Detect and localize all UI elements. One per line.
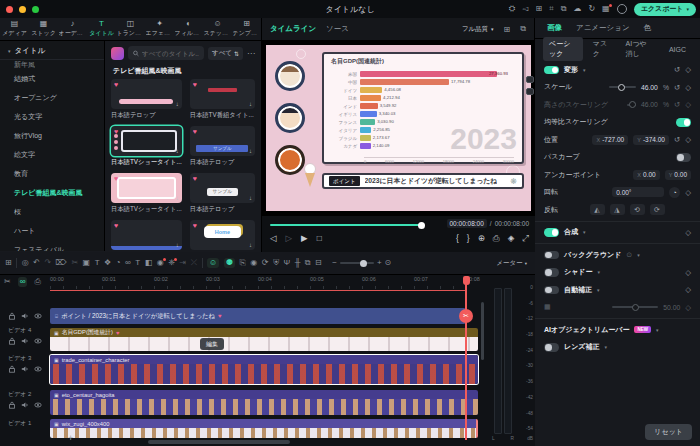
video-clip-gdp-chart[interactable]: ▣名目GDP(国連統計)♥: [50, 328, 478, 351]
speed-icon[interactable]: ◔: [116, 259, 121, 267]
preview-stage[interactable]: 名目GDP(国連統計) 2023 米国27,360.93中国17,794.78ド…: [262, 40, 535, 216]
snapshot-button[interactable]: ⎙: [493, 234, 500, 243]
vertical-scrollbar[interactable]: [481, 302, 484, 360]
reset-icon[interactable]: ↺: [674, 135, 680, 144]
meter-panel-toggle[interactable]: メーター ▾: [496, 252, 527, 275]
record-icon[interactable]: ◉: [250, 259, 257, 267]
sidebar-category-item[interactable]: 教育: [0, 164, 104, 183]
download-icon[interactable]: ↓: [176, 148, 179, 154]
scale-value[interactable]: 46.00: [641, 84, 658, 91]
view-grid-icon[interactable]: ⊞: [504, 25, 511, 34]
lock-icon[interactable]: [8, 312, 16, 320]
edit-button[interactable]: 編集: [200, 338, 224, 350]
visibility-icon[interactable]: [34, 337, 42, 345]
autocorrect-toggle[interactable]: [544, 286, 559, 295]
tab-source-preview[interactable]: ソース: [326, 24, 349, 34]
flip-vertical-button[interactable]: ◮: [610, 204, 625, 215]
sidebar-category-item[interactable]: ハート: [0, 221, 104, 240]
template-card[interactable]: ♥ ↓ 日本語テロップ: [111, 79, 182, 120]
inspector-subtab[interactable]: AIGC: [663, 44, 692, 55]
chroma-key-icon[interactable]: ◉: [157, 259, 164, 267]
chevron-icon[interactable]: ▾: [605, 344, 608, 350]
media-tab[interactable]: T タイトル: [87, 18, 116, 40]
mixer-icon[interactable]: ╫: [295, 259, 301, 267]
favorite-heart-icon[interactable]: ♥: [193, 128, 197, 135]
more-options-icon[interactable]: ⋯: [247, 49, 255, 58]
chevron-icon[interactable]: ▾: [656, 327, 659, 333]
favorite-heart-icon[interactable]: ♥: [114, 175, 118, 182]
close-window-button[interactable]: [6, 6, 13, 13]
progress-knob[interactable]: [418, 222, 425, 229]
sidebar-category-item[interactable]: 光る文字: [0, 107, 104, 126]
media-tab[interactable]: ▤ メディア: [0, 18, 29, 40]
zoom-window-button[interactable]: [32, 6, 39, 13]
collapse-tracks-icon[interactable]: ⊟: [315, 259, 322, 267]
lens-correction-toggle[interactable]: [544, 343, 559, 352]
chevron-icon[interactable]: ▾: [597, 287, 600, 293]
replace-icon[interactable]: ⟳: [262, 259, 269, 267]
sidebar-category-item[interactable]: 新年風: [0, 60, 104, 69]
sidebar-category-item[interactable]: 旅行Vlog: [0, 126, 104, 145]
zoom-out-icon[interactable]: −: [332, 259, 337, 267]
volume-button[interactable]: ◈: [508, 234, 515, 243]
anchor-x-field[interactable]: X0.00: [633, 170, 659, 180]
download-icon[interactable]: ↓: [176, 242, 179, 248]
panel-resize-handle[interactable]: [526, 88, 534, 95]
composite-toggle[interactable]: [544, 228, 559, 237]
reset-icon[interactable]: ↺: [674, 65, 680, 74]
inspector-tab[interactable]: アニメーション: [576, 23, 630, 33]
export-button[interactable]: エクスポート ▾: [634, 3, 696, 16]
favorite-heart-icon[interactable]: ♥: [193, 81, 197, 88]
minimize-window-button[interactable]: [19, 6, 26, 13]
visibility-icon[interactable]: [34, 401, 42, 409]
fullscreen-button[interactable]: ⤢: [522, 234, 529, 243]
text-tool-icon[interactable]: T: [95, 259, 100, 267]
stabilize-icon[interactable]: ⛨: [273, 259, 279, 267]
video-clip-eto-centaur[interactable]: ▣eto_centaur_hagoita: [50, 390, 478, 415]
visibility-icon[interactable]: [34, 365, 42, 373]
keyframe-icon[interactable]: ◇: [685, 268, 691, 277]
sidebar-category-item[interactable]: 絵文字: [0, 145, 104, 164]
keyframe-icon[interactable]: ◇: [685, 135, 691, 144]
delete-icon[interactable]: ⌦: [56, 259, 67, 267]
panel-resize-handle[interactable]: [526, 76, 534, 83]
link-icon[interactable]: ∞: [125, 259, 131, 267]
position-y-field[interactable]: Y-374.00: [633, 135, 669, 145]
split-icon[interactable]: ✂: [71, 259, 78, 267]
play-button[interactable]: ▶: [301, 234, 308, 243]
background-toggle[interactable]: [544, 251, 559, 260]
media-tab[interactable]: ☺ ステッカー: [203, 18, 232, 40]
keyframe-icon[interactable]: ◇: [685, 228, 691, 237]
sidebar-header[interactable]: ▾ タイトル: [0, 43, 104, 60]
mask-icon[interactable]: ❖: [104, 259, 111, 267]
sidebar-category-item[interactable]: 結婚式: [0, 69, 104, 88]
export-clip-icon[interactable]: ⎘: [239, 259, 245, 267]
zoom-in-icon[interactable]: +: [377, 259, 382, 267]
transform-toggle[interactable]: [544, 66, 559, 75]
template-card[interactable]: ♥ ↓: [111, 220, 182, 251]
preview-window-icon[interactable]: ⧉: [520, 24, 526, 34]
keyboard-shortcuts-icon[interactable]: ⌗: [549, 5, 554, 13]
template-card[interactable]: ♥ Home ↓: [190, 220, 255, 251]
mark-out-button[interactable]: }: [467, 234, 470, 243]
effects-icon[interactable]: ❈: [168, 259, 175, 267]
keyframe-icon[interactable]: ◇: [685, 188, 691, 197]
media-tab[interactable]: ✦ エフェクト: [145, 18, 174, 40]
text-clip[interactable]: ⌸ ポイント / 2023に日本とドイツが逆転してしまったね ♥: [50, 308, 466, 324]
select-tool-icon[interactable]: ◎: [22, 259, 29, 267]
sync-icon[interactable]: ↻: [588, 5, 595, 13]
tasks-icon[interactable]: ▦: [602, 5, 610, 13]
pip-icon[interactable]: ⧉: [305, 259, 311, 267]
pro-badge-icon[interactable]: [111, 47, 124, 60]
clipboard-icon[interactable]: ⧉: [561, 5, 567, 13]
rotate-ccw-button[interactable]: ⟲: [630, 204, 645, 215]
reset-icon[interactable]: ↺: [674, 83, 680, 92]
sidebar-category-item[interactable]: オープニング: [0, 88, 104, 107]
lock-icon[interactable]: [8, 401, 16, 409]
keyframe-icon[interactable]: ◇: [685, 65, 691, 74]
download-icon[interactable]: ↓: [249, 101, 252, 107]
anchor-y-field[interactable]: Y0.00: [665, 170, 691, 180]
face-effects-icon[interactable]: ☺: [207, 258, 219, 268]
user-avatar[interactable]: [617, 4, 627, 14]
media-tab[interactable]: ⊞ テンプレート: [232, 18, 261, 40]
